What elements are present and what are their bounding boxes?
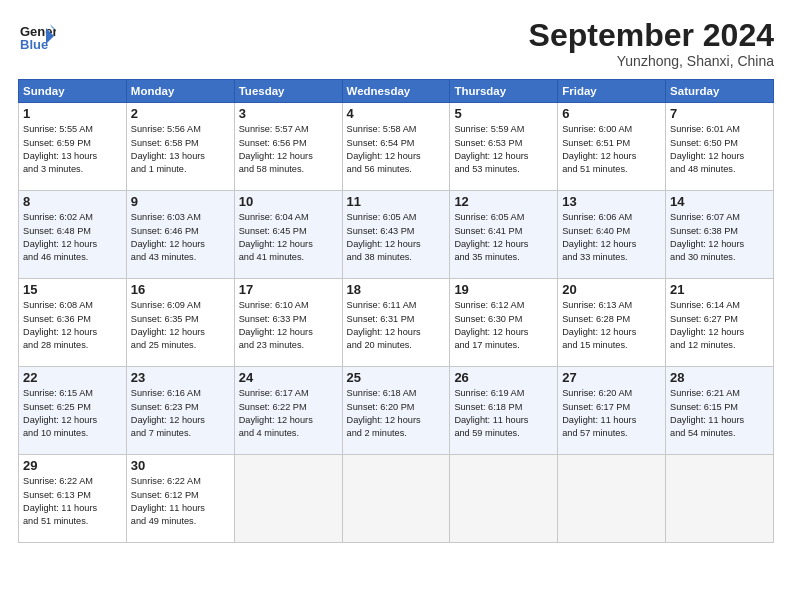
day-number: 24 [239, 370, 338, 385]
day-number: 8 [23, 194, 122, 209]
location: Yunzhong, Shanxi, China [529, 53, 774, 69]
day-info: Daylight: 12 hours [239, 326, 338, 339]
cell-2-7: 14Sunrise: 6:07 AMSunset: 6:38 PMDayligh… [666, 191, 774, 279]
cell-2-6: 13Sunrise: 6:06 AMSunset: 6:40 PMDayligh… [558, 191, 666, 279]
day-info: and 56 minutes. [347, 163, 446, 176]
day-info: and 54 minutes. [670, 427, 769, 440]
day-number: 11 [347, 194, 446, 209]
day-info: and 12 minutes. [670, 339, 769, 352]
cell-5-7 [666, 455, 774, 543]
day-info: Sunrise: 5:56 AM [131, 123, 230, 136]
title-block: September 2024 Yunzhong, Shanxi, China [529, 18, 774, 69]
day-info: and 10 minutes. [23, 427, 122, 440]
day-info: Sunrise: 6:16 AM [131, 387, 230, 400]
day-number: 22 [23, 370, 122, 385]
day-info: Sunset: 6:45 PM [239, 225, 338, 238]
day-info: and 7 minutes. [131, 427, 230, 440]
day-info: Daylight: 11 hours [562, 414, 661, 427]
day-info: Daylight: 12 hours [239, 238, 338, 251]
cell-2-3: 10Sunrise: 6:04 AMSunset: 6:45 PMDayligh… [234, 191, 342, 279]
day-number: 25 [347, 370, 446, 385]
day-info: and 43 minutes. [131, 251, 230, 264]
day-info: Sunset: 6:46 PM [131, 225, 230, 238]
cell-3-3: 17Sunrise: 6:10 AMSunset: 6:33 PMDayligh… [234, 279, 342, 367]
day-info: Daylight: 12 hours [131, 414, 230, 427]
day-info: Sunrise: 5:57 AM [239, 123, 338, 136]
day-info: Sunrise: 6:11 AM [347, 299, 446, 312]
day-info: Daylight: 12 hours [454, 238, 553, 251]
cell-3-6: 20Sunrise: 6:13 AMSunset: 6:28 PMDayligh… [558, 279, 666, 367]
day-number: 16 [131, 282, 230, 297]
day-info: and 2 minutes. [347, 427, 446, 440]
day-info: Sunrise: 6:07 AM [670, 211, 769, 224]
day-info: Sunrise: 6:21 AM [670, 387, 769, 400]
week-row-5: 29Sunrise: 6:22 AMSunset: 6:13 PMDayligh… [19, 455, 774, 543]
day-info: Sunset: 6:27 PM [670, 313, 769, 326]
day-info: Sunrise: 6:19 AM [454, 387, 553, 400]
day-number: 19 [454, 282, 553, 297]
day-info: and 46 minutes. [23, 251, 122, 264]
day-info: and 30 minutes. [670, 251, 769, 264]
day-info: and 1 minute. [131, 163, 230, 176]
header-row: Sunday Monday Tuesday Wednesday Thursday… [19, 80, 774, 103]
day-info: Sunset: 6:25 PM [23, 401, 122, 414]
cell-2-1: 8Sunrise: 6:02 AMSunset: 6:48 PMDaylight… [19, 191, 127, 279]
day-number: 5 [454, 106, 553, 121]
cell-4-3: 24Sunrise: 6:17 AMSunset: 6:22 PMDayligh… [234, 367, 342, 455]
day-number: 26 [454, 370, 553, 385]
month-title: September 2024 [529, 18, 774, 53]
day-number: 30 [131, 458, 230, 473]
cell-4-7: 28Sunrise: 6:21 AMSunset: 6:15 PMDayligh… [666, 367, 774, 455]
day-info: and 48 minutes. [670, 163, 769, 176]
day-info: Sunrise: 6:09 AM [131, 299, 230, 312]
cell-2-4: 11Sunrise: 6:05 AMSunset: 6:43 PMDayligh… [342, 191, 450, 279]
day-info: Sunrise: 6:12 AM [454, 299, 553, 312]
day-info: and 59 minutes. [454, 427, 553, 440]
day-info: Sunset: 6:20 PM [347, 401, 446, 414]
day-info: and 57 minutes. [562, 427, 661, 440]
day-info: Sunrise: 6:02 AM [23, 211, 122, 224]
cell-2-2: 9Sunrise: 6:03 AMSunset: 6:46 PMDaylight… [126, 191, 234, 279]
day-info: and 41 minutes. [239, 251, 338, 264]
day-info: Sunset: 6:23 PM [131, 401, 230, 414]
day-info: Sunrise: 6:17 AM [239, 387, 338, 400]
day-info: Daylight: 12 hours [23, 414, 122, 427]
day-number: 14 [670, 194, 769, 209]
calendar-table: Sunday Monday Tuesday Wednesday Thursday… [18, 79, 774, 543]
day-info: Daylight: 12 hours [670, 326, 769, 339]
day-info: Sunrise: 6:15 AM [23, 387, 122, 400]
day-info: and 17 minutes. [454, 339, 553, 352]
day-number: 12 [454, 194, 553, 209]
cell-1-7: 7Sunrise: 6:01 AMSunset: 6:50 PMDaylight… [666, 103, 774, 191]
week-row-4: 22Sunrise: 6:15 AMSunset: 6:25 PMDayligh… [19, 367, 774, 455]
week-row-2: 8Sunrise: 6:02 AMSunset: 6:48 PMDaylight… [19, 191, 774, 279]
day-info: Sunset: 6:38 PM [670, 225, 769, 238]
cell-1-6: 6Sunrise: 6:00 AMSunset: 6:51 PMDaylight… [558, 103, 666, 191]
col-wednesday: Wednesday [342, 80, 450, 103]
day-info: Sunset: 6:50 PM [670, 137, 769, 150]
day-number: 27 [562, 370, 661, 385]
day-info: Sunset: 6:53 PM [454, 137, 553, 150]
day-info: Sunrise: 6:05 AM [454, 211, 553, 224]
day-info: and 3 minutes. [23, 163, 122, 176]
day-info: and 35 minutes. [454, 251, 553, 264]
day-info: Daylight: 12 hours [562, 326, 661, 339]
cell-3-2: 16Sunrise: 6:09 AMSunset: 6:35 PMDayligh… [126, 279, 234, 367]
day-info: Daylight: 12 hours [131, 238, 230, 251]
day-info: Daylight: 12 hours [347, 326, 446, 339]
cell-1-4: 4Sunrise: 5:58 AMSunset: 6:54 PMDaylight… [342, 103, 450, 191]
day-info: Daylight: 11 hours [131, 502, 230, 515]
cell-4-4: 25Sunrise: 6:18 AMSunset: 6:20 PMDayligh… [342, 367, 450, 455]
col-saturday: Saturday [666, 80, 774, 103]
day-info: Sunrise: 6:22 AM [23, 475, 122, 488]
day-info: Sunrise: 6:22 AM [131, 475, 230, 488]
day-number: 10 [239, 194, 338, 209]
cell-3-4: 18Sunrise: 6:11 AMSunset: 6:31 PMDayligh… [342, 279, 450, 367]
day-info: Daylight: 12 hours [347, 150, 446, 163]
col-friday: Friday [558, 80, 666, 103]
header: General Blue September 2024 Yunzhong, Sh… [18, 18, 774, 69]
day-info: Sunset: 6:13 PM [23, 489, 122, 502]
day-number: 17 [239, 282, 338, 297]
day-number: 29 [23, 458, 122, 473]
day-info: Sunset: 6:58 PM [131, 137, 230, 150]
